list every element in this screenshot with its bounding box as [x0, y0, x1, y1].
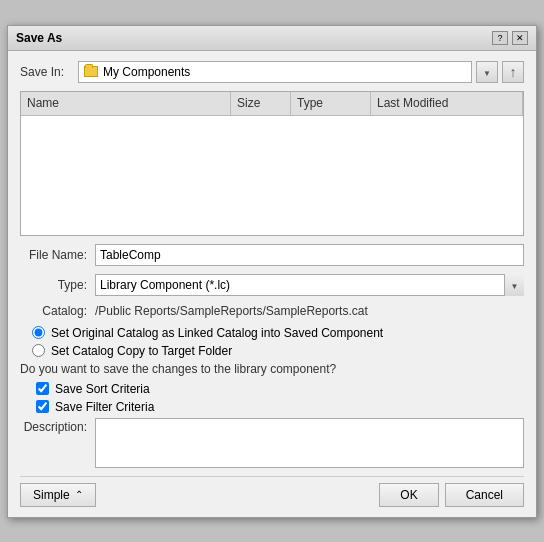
catalog-label-row: Catalog: /Public Reports/SampleReports/S…	[20, 304, 524, 324]
type-select[interactable]: Library Component (*.lc)	[95, 274, 524, 296]
type-row: Type: Library Component (*.lc)	[20, 274, 524, 296]
description-label: Description:	[20, 418, 95, 434]
col-header-size: Size	[231, 92, 291, 115]
file-list[interactable]: Name Size Type Last Modified	[20, 91, 524, 236]
save-in-folder-display: My Components	[78, 61, 472, 83]
file-list-header: Name Size Type Last Modified	[21, 92, 523, 116]
help-button[interactable]: ?	[492, 31, 508, 45]
save-in-label: Save In:	[20, 65, 78, 79]
radio-copy-catalog-label: Set Catalog Copy to Target Folder	[51, 344, 232, 358]
save-sort-label: Save Sort Criteria	[55, 382, 150, 396]
question-text: Do you want to save the changes to the l…	[20, 362, 524, 376]
radio-original-catalog-label: Set Original Catalog as Linked Catalog i…	[51, 326, 383, 340]
file-name-input[interactable]	[95, 244, 524, 266]
type-label: Type:	[20, 278, 95, 292]
radio-original-catalog[interactable]	[32, 326, 45, 339]
close-button[interactable]: ✕	[512, 31, 528, 45]
button-row: Simple ⌃ OK Cancel	[20, 476, 524, 507]
file-name-label: File Name:	[20, 248, 95, 262]
dialog-body: Save In: My Components Name Size	[8, 51, 536, 517]
checkbox-save-sort-row: Save Sort Criteria	[20, 382, 524, 396]
file-list-body[interactable]	[21, 116, 523, 235]
checkbox-save-filter-row: Save Filter Criteria	[20, 400, 524, 414]
ok-button[interactable]: OK	[379, 483, 438, 507]
save-filter-checkbox[interactable]	[36, 400, 49, 413]
col-header-type: Type	[291, 92, 371, 115]
col-header-name: Name	[21, 92, 231, 115]
save-filter-label: Save Filter Criteria	[55, 400, 154, 414]
save-in-value: My Components	[103, 65, 190, 79]
save-sort-checkbox[interactable]	[36, 382, 49, 395]
title-bar-buttons: ? ✕	[492, 31, 528, 45]
cancel-button[interactable]: Cancel	[445, 483, 524, 507]
save-as-dialog: Save As ? ✕ Save In: My Components	[7, 25, 537, 518]
right-buttons: OK Cancel	[373, 483, 524, 507]
radio-group: Set Original Catalog as Linked Catalog i…	[20, 326, 524, 358]
catalog-path: /Public Reports/SampleReports/SampleRepo…	[95, 304, 368, 318]
description-row: Description:	[20, 418, 524, 468]
save-in-row: Save In: My Components	[20, 61, 524, 83]
title-bar: Save As ? ✕	[8, 26, 536, 51]
simple-button[interactable]: Simple ⌃	[20, 483, 96, 507]
radio-copy-catalog[interactable]	[32, 344, 45, 357]
radio-row-2: Set Catalog Copy to Target Folder	[32, 344, 524, 358]
expand-icon: ⌃	[75, 489, 83, 500]
dialog-title: Save As	[16, 31, 62, 45]
col-header-modified: Last Modified	[371, 92, 523, 115]
chevron-down-icon	[483, 65, 491, 79]
save-in-dropdown-button[interactable]	[476, 61, 498, 83]
catalog-label: Catalog:	[20, 304, 95, 318]
file-name-row: File Name:	[20, 244, 524, 266]
arrow-up-icon	[510, 64, 517, 80]
navigate-up-button[interactable]	[502, 61, 524, 83]
radio-row-1: Set Original Catalog as Linked Catalog i…	[32, 326, 524, 340]
description-textarea[interactable]	[95, 418, 524, 468]
folder-icon	[84, 66, 98, 77]
type-select-wrapper: Library Component (*.lc)	[95, 274, 524, 296]
